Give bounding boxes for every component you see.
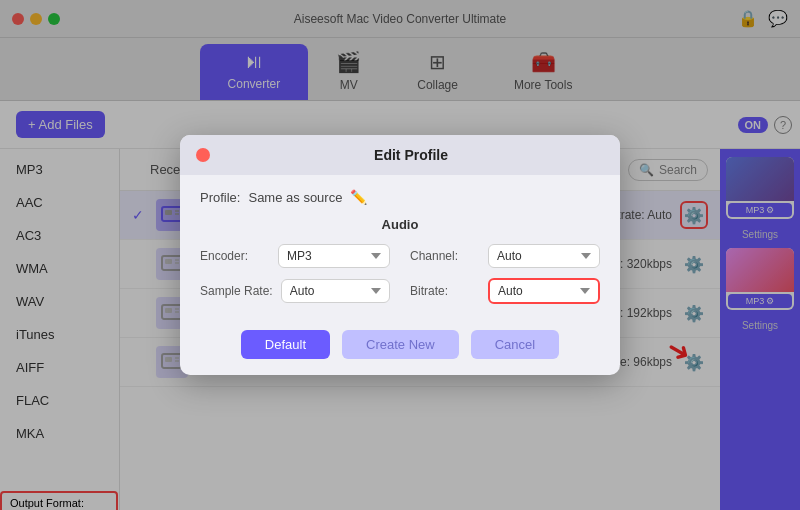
bitrate-label: Bitrate: — [410, 284, 480, 298]
dialog-body: Profile: Same as source ✏️ Audio Encoder… — [180, 175, 620, 318]
dialog-close-button[interactable] — [196, 148, 210, 162]
channel-field: Channel: Auto Stereo Mono — [410, 244, 600, 268]
dialog-overlay: Edit Profile Profile: Same as source ✏️ … — [0, 0, 800, 510]
create-new-button[interactable]: Create New — [342, 330, 459, 359]
channel-select[interactable]: Auto Stereo Mono — [488, 244, 600, 268]
cancel-button[interactable]: Cancel — [471, 330, 559, 359]
audio-section-title: Audio — [200, 217, 600, 232]
default-button[interactable]: Default — [241, 330, 330, 359]
sample-rate-field: Sample Rate: Auto 44100 48000 — [200, 278, 390, 304]
edit-profile-icon[interactable]: ✏️ — [350, 189, 367, 205]
encoder-label: Encoder: — [200, 249, 270, 263]
sample-rate-select[interactable]: Auto 44100 48000 — [281, 279, 390, 303]
encoder-select[interactable]: MP3 AAC AC3 — [278, 244, 390, 268]
encoder-field: Encoder: MP3 AAC AC3 — [200, 244, 390, 268]
sample-rate-label: Sample Rate: — [200, 284, 273, 298]
edit-profile-dialog: Edit Profile Profile: Same as source ✏️ … — [180, 135, 620, 375]
bitrate-field: Bitrate: Auto 128kbps 192kbps 320kbps — [410, 278, 600, 304]
profile-label: Profile: — [200, 190, 240, 205]
profile-row: Profile: Same as source ✏️ — [200, 189, 600, 205]
channel-label: Channel: — [410, 249, 480, 263]
form-grid: Encoder: MP3 AAC AC3 Channel: Auto Stere… — [200, 244, 600, 304]
profile-value: Same as source — [248, 190, 342, 205]
dialog-title: Edit Profile — [218, 147, 604, 163]
bitrate-select[interactable]: Auto 128kbps 192kbps 320kbps — [488, 278, 600, 304]
dialog-footer: Default Create New Cancel — [180, 318, 620, 375]
dialog-header: Edit Profile — [180, 135, 620, 175]
